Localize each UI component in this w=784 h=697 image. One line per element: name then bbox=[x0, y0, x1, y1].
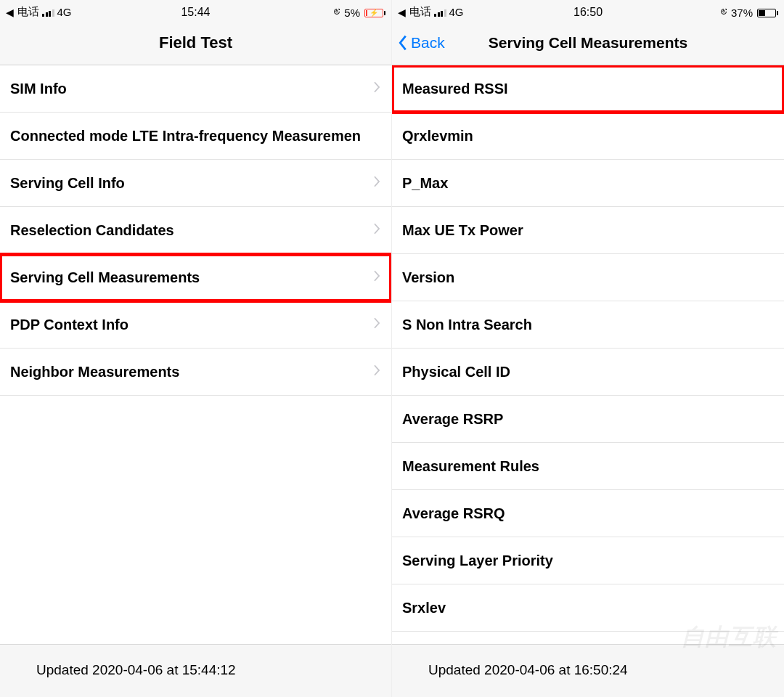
row-label: Physical Cell ID bbox=[402, 364, 510, 380]
status-bar: ◀ 电话 4G 15:44 5% ⚡ bbox=[0, 0, 391, 20]
orientation-lock-icon bbox=[719, 7, 728, 19]
left-row-2[interactable]: Serving Cell Info bbox=[0, 160, 391, 207]
right-row-8[interactable]: Measurement Rules bbox=[392, 443, 784, 490]
updated-footer: Updated 2020-04-06 at 15:44:12 bbox=[0, 644, 391, 697]
back-label: Back bbox=[411, 34, 445, 52]
row-label: Reselection Candidates bbox=[10, 222, 174, 239]
updated-footer: Updated 2020-04-06 at 16:50:24 bbox=[392, 644, 784, 697]
page-title: Field Test bbox=[0, 33, 391, 52]
right-row-7[interactable]: Average RSRP bbox=[392, 396, 784, 443]
row-label: Max UE Tx Power bbox=[402, 222, 523, 239]
row-label: Version bbox=[402, 269, 454, 286]
page-title: Serving Cell Measurements bbox=[392, 34, 784, 52]
nav-bar: Back Serving Cell Measurements bbox=[392, 20, 784, 65]
battery-icon: ⚡ bbox=[363, 9, 385, 17]
right-row-2[interactable]: P_Max bbox=[392, 160, 784, 207]
status-time: 15:44 bbox=[132, 6, 258, 19]
left-row-6[interactable]: Neighbor Measurements bbox=[0, 348, 391, 396]
right-row-6[interactable]: Physical Cell ID bbox=[392, 348, 784, 396]
battery-icon bbox=[756, 9, 778, 17]
row-label: P_Max bbox=[402, 175, 448, 192]
status-left: ◀ 电话 4G bbox=[6, 5, 132, 19]
svg-rect-1 bbox=[723, 11, 725, 12]
row-label: Serving Layer Priority bbox=[402, 553, 553, 569]
row-label: Serving Cell Measurements bbox=[10, 269, 200, 286]
left-row-4[interactable]: Serving Cell Measurements bbox=[0, 254, 391, 301]
row-label: Connected mode LTE Intra-frequency Measu… bbox=[10, 128, 361, 144]
network-label: 4G bbox=[57, 6, 72, 18]
right-row-1[interactable]: Qrxlevmin bbox=[392, 113, 784, 160]
chevron-left-icon bbox=[396, 33, 409, 52]
chevron-right-icon bbox=[372, 81, 381, 97]
row-label: Measurement Rules bbox=[402, 458, 539, 475]
chevron-right-icon bbox=[372, 364, 381, 380]
right-row-3[interactable]: Max UE Tx Power bbox=[392, 207, 784, 254]
chevron-right-icon bbox=[372, 175, 381, 192]
row-label: Qrxlevmin bbox=[402, 128, 473, 144]
status-right: 37% bbox=[651, 7, 778, 19]
chevron-right-icon bbox=[372, 269, 381, 286]
left-row-0[interactable]: SIM Info bbox=[0, 65, 391, 113]
panel-serving-cell-measurements: ◀ 电话 4G 16:50 37% Back bbox=[392, 0, 784, 697]
chevron-right-icon bbox=[372, 222, 381, 239]
menu-list: Measured RSSIQrxlevminP_MaxMax UE Tx Pow… bbox=[392, 65, 784, 644]
panel-field-test: ◀ 电话 4G 15:44 5% ⚡ Field Test SIM In bbox=[0, 0, 392, 697]
status-left: ◀ 电话 4G bbox=[398, 5, 525, 19]
nav-bar: Field Test bbox=[0, 20, 391, 65]
left-row-3[interactable]: Reselection Candidates bbox=[0, 207, 391, 254]
back-to-app-label[interactable]: 电话 bbox=[17, 5, 39, 19]
network-label: 4G bbox=[449, 6, 464, 18]
signal-icon bbox=[434, 8, 446, 17]
status-time: 16:50 bbox=[525, 6, 652, 19]
menu-list: SIM InfoConnected mode LTE Intra-frequen… bbox=[0, 65, 391, 644]
row-label: PDP Context Info bbox=[10, 317, 128, 333]
svg-rect-0 bbox=[336, 11, 338, 12]
right-row-0[interactable]: Measured RSSI bbox=[392, 65, 784, 113]
right-row-10[interactable]: Serving Layer Priority bbox=[392, 537, 784, 584]
right-row-5[interactable]: S Non Intra Search bbox=[392, 301, 784, 348]
chevron-right-icon bbox=[372, 317, 381, 333]
battery-percent: 5% bbox=[344, 7, 360, 19]
back-to-app-label[interactable]: 电话 bbox=[409, 5, 431, 19]
right-row-4[interactable]: Version bbox=[392, 254, 784, 301]
status-right: 5% ⚡ bbox=[259, 7, 385, 19]
orientation-lock-icon bbox=[332, 7, 341, 19]
row-label: Average RSRQ bbox=[402, 505, 505, 522]
signal-icon bbox=[42, 8, 54, 17]
row-label: SIM Info bbox=[10, 81, 67, 97]
right-row-11[interactable]: Srxlev bbox=[392, 584, 784, 632]
screenshot-pair: ◀ 电话 4G 15:44 5% ⚡ Field Test SIM In bbox=[0, 0, 784, 697]
row-label: Neighbor Measurements bbox=[10, 364, 179, 380]
row-label: Average RSRP bbox=[402, 411, 503, 428]
row-label: Measured RSSI bbox=[402, 81, 508, 97]
left-row-5[interactable]: PDP Context Info bbox=[0, 301, 391, 348]
row-label: Serving Cell Info bbox=[10, 175, 125, 192]
battery-percent: 37% bbox=[731, 7, 753, 19]
row-label: S Non Intra Search bbox=[402, 317, 532, 333]
back-to-app-caret-icon[interactable]: ◀ bbox=[398, 7, 406, 18]
back-button[interactable]: Back bbox=[392, 33, 445, 52]
right-row-9[interactable]: Average RSRQ bbox=[392, 490, 784, 537]
status-bar: ◀ 电话 4G 16:50 37% bbox=[392, 0, 784, 20]
back-to-app-caret-icon[interactable]: ◀ bbox=[6, 7, 14, 18]
left-row-1[interactable]: Connected mode LTE Intra-frequency Measu… bbox=[0, 113, 391, 160]
row-label: Srxlev bbox=[402, 600, 446, 616]
